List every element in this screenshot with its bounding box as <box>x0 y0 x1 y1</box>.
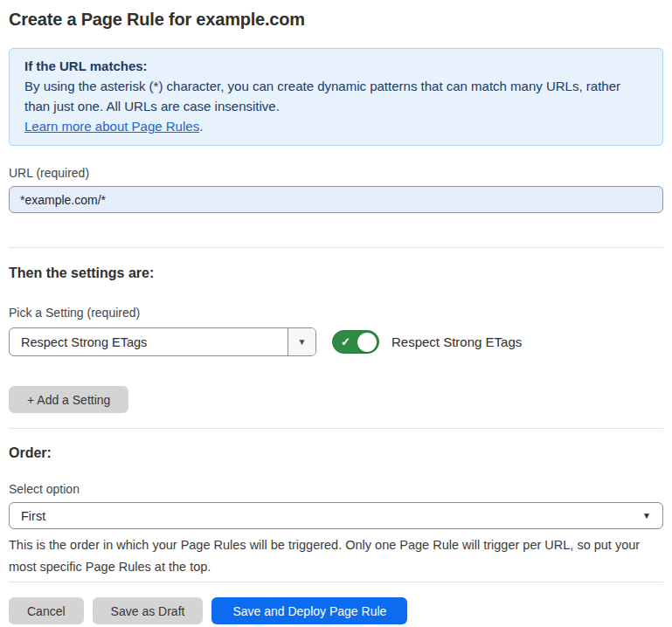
order-help-text: This is the order in which your Page Rul… <box>9 534 663 578</box>
select-option-label: Select option <box>9 482 663 496</box>
etags-toggle[interactable]: ✓ <box>332 330 379 354</box>
setting-row: Respect Strong ETags ▼ ✓ Respect Strong … <box>9 327 663 356</box>
footer-actions: Cancel Save as Draft Save and Deploy Pag… <box>9 597 663 624</box>
url-field-label: URL (required) <box>9 166 663 180</box>
learn-more-link[interactable]: Learn more about Page Rules <box>24 119 199 134</box>
order-select-value: First <box>21 509 45 523</box>
check-icon: ✓ <box>341 336 350 348</box>
settings-section-heading: Then the settings are: <box>9 265 663 281</box>
dropdown-arrow-icon[interactable]: ▼ <box>288 328 315 355</box>
order-section-heading: Order: <box>9 445 663 461</box>
save-draft-button[interactable]: Save as Draft <box>93 597 204 624</box>
create-page-rule-form: Create a Page Rule for example.com If th… <box>0 10 672 624</box>
info-box-heading: If the URL matches: <box>24 56 648 76</box>
order-select[interactable]: First ▼ <box>9 502 663 529</box>
save-deploy-button[interactable]: Save and Deploy Page Rule <box>211 597 407 624</box>
link-suffix: . <box>199 119 203 134</box>
setting-select[interactable]: Respect Strong ETags ▼ <box>9 327 316 356</box>
url-match-info-box: If the URL matches: By using the asteris… <box>9 48 663 146</box>
setting-select-value: Respect Strong ETags <box>10 328 288 355</box>
toggle-knob <box>357 333 377 352</box>
page-title: Create a Page Rule for example.com <box>9 10 663 30</box>
info-box-link-line: Learn more about Page Rules. <box>24 116 648 136</box>
section-divider <box>9 247 663 248</box>
chevron-down-icon: ▼ <box>642 511 651 520</box>
toggle-label: Respect Strong ETags <box>391 334 522 349</box>
info-box-body: By using the asterisk (*) character, you… <box>24 76 648 116</box>
add-setting-button[interactable]: + Add a Setting <box>9 386 128 413</box>
cancel-button[interactable]: Cancel <box>9 597 84 624</box>
url-input[interactable] <box>9 186 663 213</box>
pick-setting-label: Pick a Setting (required) <box>9 306 663 320</box>
section-divider <box>9 428 663 429</box>
footer-divider <box>9 582 663 582</box>
